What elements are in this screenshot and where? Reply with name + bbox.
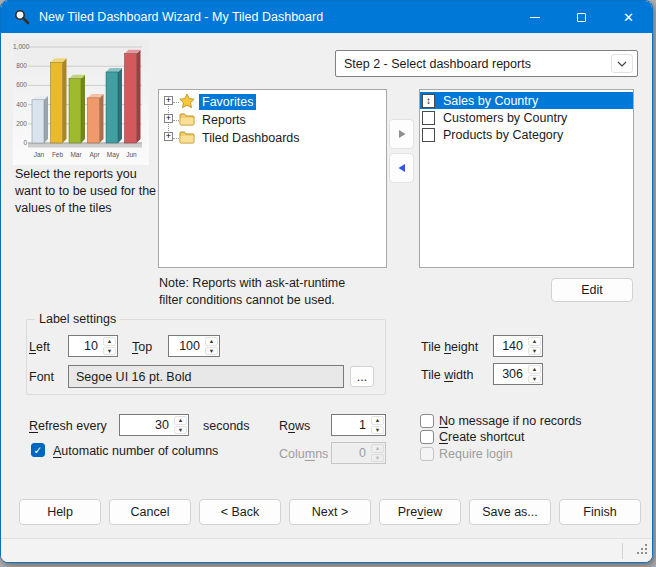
- save-as-button[interactable]: Save as...: [469, 499, 551, 525]
- spin-up-icon[interactable]: [528, 365, 541, 374]
- expand-icon[interactable]: [164, 114, 173, 123]
- tree-item-favorites[interactable]: Favorites: [159, 93, 386, 111]
- folder-icon: [179, 111, 195, 130]
- spin-up-icon[interactable]: [205, 337, 218, 346]
- left-label: Left: [29, 340, 50, 354]
- tree-item-label[interactable]: Tiled Dashboards: [199, 130, 303, 146]
- top-spinner[interactable]: 100: [168, 335, 220, 357]
- selected-reports-list[interactable]: ↕ Sales by Country Customers by Country …: [419, 89, 634, 268]
- report-item-label: Customers by Country: [443, 111, 567, 125]
- minimize-button[interactable]: [511, 1, 558, 33]
- font-browse-button[interactable]: ...: [350, 366, 374, 387]
- reorder-handle[interactable]: [422, 111, 435, 125]
- auto-columns-checkbox[interactable]: ✓: [31, 443, 45, 457]
- font-value: Segoe UI 16 pt. Bold: [76, 370, 191, 384]
- back-button[interactable]: < Back: [199, 499, 281, 525]
- reorder-handle[interactable]: [422, 128, 435, 142]
- tree-item-reports[interactable]: Reports: [159, 111, 386, 129]
- spin-down-icon[interactable]: [205, 347, 218, 356]
- top-label: Top: [132, 340, 152, 354]
- status-bar: [1, 538, 652, 562]
- minimize-icon: [530, 17, 540, 18]
- columns-spinner: 0: [331, 442, 386, 464]
- spin-up-icon[interactable]: [528, 337, 541, 346]
- next-button[interactable]: Next >: [289, 499, 371, 525]
- note-text-line1: Note: Reports with ask-at-runtime: [159, 275, 345, 292]
- maximize-icon: [577, 13, 586, 22]
- refresh-spinner[interactable]: 30: [119, 414, 189, 436]
- help-button[interactable]: Help: [19, 499, 101, 525]
- chart-caption: Select the reports you want to to be use…: [15, 166, 157, 217]
- wizard-step-select[interactable]: Step 2 - Select dashboard reports: [335, 50, 638, 77]
- close-icon: ✕: [623, 10, 634, 25]
- no-message-label[interactable]: No message if no records: [439, 414, 581, 428]
- folder-icon: [179, 129, 195, 148]
- refresh-value[interactable]: 30: [120, 418, 173, 432]
- spin-down-icon[interactable]: [103, 347, 116, 356]
- app-magnifier-icon: [14, 9, 30, 25]
- status-separator: [622, 543, 623, 559]
- report-item-customers-by-country[interactable]: Customers by Country: [420, 109, 633, 126]
- report-item-sales-by-country[interactable]: ↕ Sales by Country: [420, 92, 633, 109]
- move-right-button[interactable]: [389, 119, 414, 149]
- note-text-line2: filter conditions cannot be used.: [159, 292, 335, 309]
- no-message-checkbox[interactable]: [420, 414, 434, 428]
- wizard-dialog: New Tiled Dashboard Wizard - My Tiled Da…: [0, 0, 653, 563]
- create-shortcut-label[interactable]: Create shortcut: [439, 430, 524, 444]
- seconds-label: seconds: [203, 419, 250, 433]
- maximize-button[interactable]: [558, 1, 605, 33]
- report-item-products-by-category[interactable]: Products by Category: [420, 126, 633, 143]
- spin-down-icon[interactable]: [528, 375, 541, 384]
- tree-item-label[interactable]: Favorites: [199, 94, 256, 110]
- rows-label: Rows: [279, 419, 310, 433]
- tree-item-label[interactable]: Reports: [199, 112, 249, 128]
- spin-up-icon[interactable]: [174, 416, 187, 425]
- left-spinner[interactable]: 10: [68, 335, 118, 357]
- right-triangle-icon: [397, 129, 407, 139]
- tree-item-tiled-dashboards[interactable]: Tiled Dashboards: [159, 129, 386, 147]
- chevron-down-icon[interactable]: [611, 54, 633, 73]
- create-shortcut-checkbox[interactable]: [420, 430, 434, 444]
- folder-tree[interactable]: Favorites Reports Tiled Dashboards: [158, 89, 387, 268]
- spin-up-icon[interactable]: [371, 416, 384, 425]
- columns-label: Columns: [279, 447, 328, 461]
- star-icon: [179, 93, 195, 112]
- wizard-step-value: Step 2 - Select dashboard reports: [344, 57, 611, 71]
- title-bar[interactable]: New Tiled Dashboard Wizard - My Tiled Da…: [1, 1, 652, 33]
- spin-down-icon[interactable]: [528, 347, 541, 356]
- window-title: New Tiled Dashboard Wizard - My Tiled Da…: [39, 10, 323, 24]
- font-field[interactable]: Segoe UI 16 pt. Bold: [68, 365, 344, 388]
- expand-icon[interactable]: [164, 96, 173, 105]
- tile-width-spinner[interactable]: 306: [493, 363, 543, 385]
- font-label: Font: [29, 370, 54, 384]
- close-button[interactable]: ✕: [605, 1, 652, 33]
- left-value[interactable]: 10: [69, 339, 102, 353]
- resize-grip[interactable]: [637, 544, 648, 558]
- columns-value: 0: [332, 446, 370, 460]
- reorder-icon[interactable]: ↕: [422, 94, 435, 108]
- move-left-button[interactable]: [389, 153, 414, 183]
- expand-icon[interactable]: [164, 132, 173, 141]
- spin-down-icon[interactable]: [371, 426, 384, 435]
- auto-columns-label[interactable]: Automatic number of columns: [53, 444, 218, 458]
- finish-button[interactable]: Finish: [559, 499, 641, 525]
- tile-height-label: Tile height: [421, 340, 478, 354]
- preview-button[interactable]: Preview: [379, 499, 461, 525]
- report-item-label: Sales by Country: [443, 94, 538, 108]
- rows-value[interactable]: 1: [332, 418, 370, 432]
- require-login-checkbox: [420, 447, 434, 461]
- spin-down-icon[interactable]: [174, 426, 187, 435]
- tile-height-value[interactable]: 140: [494, 339, 527, 353]
- chart-thumbnail: 02004006008001,000 JanFebMarAprMayJun: [13, 39, 149, 165]
- spin-down-icon: [371, 454, 384, 463]
- tile-width-label: Tile width: [421, 368, 473, 382]
- spin-up-icon[interactable]: [103, 337, 116, 346]
- refresh-label: Refresh every: [29, 419, 107, 433]
- top-value[interactable]: 100: [169, 339, 204, 353]
- tile-width-value[interactable]: 306: [494, 367, 527, 381]
- tile-height-spinner[interactable]: 140: [493, 335, 543, 357]
- left-triangle-icon: [397, 163, 407, 173]
- cancel-button[interactable]: Cancel: [109, 499, 191, 525]
- rows-spinner[interactable]: 1: [331, 414, 386, 436]
- edit-button[interactable]: Edit: [551, 278, 633, 302]
